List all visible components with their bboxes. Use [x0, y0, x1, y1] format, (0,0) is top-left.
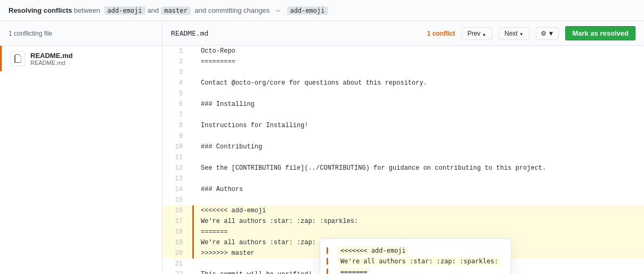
line-indicator-cell — [189, 184, 197, 195]
line-number: 14 — [162, 184, 189, 195]
line-indicator-cell — [189, 205, 197, 216]
table-row: 10### Contributing — [162, 142, 644, 152]
branch1-badge[interactable]: add-emoji — [104, 6, 145, 15]
line-indicator-cell — [189, 216, 197, 227]
table-row: 6### Installing — [162, 99, 644, 110]
table-row: 16<<<<<<< add-emoji — [162, 205, 644, 216]
table-row: 4Contact @octo-org/core for questions ab… — [162, 78, 644, 88]
line-content: See the [CONTRIBUTING file](../CONTRIBUT… — [197, 163, 644, 173]
conflict-count-badge: 1 conflict — [427, 30, 455, 37]
line-number: 6 — [162, 99, 189, 110]
line-content: ### Installing — [197, 99, 644, 110]
line-content: Contact @octo-org/core for questions abo… — [197, 78, 644, 88]
line-indicator-cell — [189, 248, 197, 259]
line-content — [197, 195, 644, 205]
conflict-line-bar — [192, 216, 194, 227]
sidebar: 1 conflicting file README.md README.md — [0, 21, 162, 274]
line-content — [197, 173, 644, 184]
branch3-badge[interactable]: add-emoji — [287, 6, 328, 15]
line-number: 5 — [162, 88, 189, 99]
line-indicator-cell — [189, 78, 197, 88]
line-content: ========= — [197, 56, 644, 67]
next-button[interactable]: Next — [499, 27, 529, 40]
line-number: 9 — [162, 131, 189, 142]
sidebar-filename: README.md — [30, 52, 72, 60]
line-number: 17 — [162, 216, 189, 227]
line-number: 2 — [162, 56, 189, 67]
content-filename: README.md — [171, 29, 421, 37]
line-indicator-cell — [189, 259, 197, 269]
table-row: 14### Authors — [162, 184, 644, 195]
mark-resolved-button[interactable]: Mark as resolved — [565, 26, 635, 40]
conflict-line-bar — [192, 227, 194, 237]
table-row: 5 — [162, 88, 644, 99]
line-number: 18 — [162, 227, 189, 237]
line-content — [197, 67, 644, 78]
line-indicator-cell — [189, 142, 197, 152]
table-row: 9 — [162, 131, 644, 142]
table-row: 18======= — [162, 227, 644, 237]
line-number: 15 — [162, 195, 189, 205]
conflict-line-bar — [192, 248, 194, 259]
settings-button[interactable]: ⚙ ▼ — [536, 27, 559, 40]
line-indicator-cell — [189, 163, 197, 173]
line-number: 20 — [162, 248, 189, 259]
sidebar-file-list: README.md README.md — [0, 46, 162, 274]
caret-down-icon — [519, 30, 524, 37]
conflict-line-bar — [192, 205, 194, 216]
conflict-line-17: We're all authors :star: :zap: :sparkles… — [327, 256, 504, 267]
conflict-indicator-17 — [327, 258, 333, 264]
line-content — [197, 88, 644, 99]
content-header: README.md 1 conflict Prev Next ⚙ ▼ Mark … — [162, 21, 644, 46]
conflict-line-16: <<<<<<< add-emoji — [327, 245, 504, 256]
table-row: 7 — [162, 110, 644, 120]
line-number: 3 — [162, 67, 189, 78]
line-indicator-cell — [189, 56, 197, 67]
line-indicator-cell — [189, 227, 197, 237]
line-content: We're all authors :star: :zap: :sparkles… — [197, 216, 644, 227]
sidebar-file-item[interactable]: README.md README.md — [0, 46, 162, 71]
line-content: Instructions for Installing! — [197, 120, 644, 131]
caret-up-icon — [482, 30, 486, 37]
line-number: 22 — [162, 269, 189, 274]
code-area[interactable]: 1Octo-Repo2=========34Contact @octo-org/… — [162, 46, 644, 274]
table-row: 3 — [162, 67, 644, 78]
conflict-indicator-16 — [327, 247, 333, 254]
file-icon — [10, 51, 25, 66]
and-committing-label: and committing changes — [194, 6, 270, 14]
conflict-line-18: ======= — [327, 267, 504, 274]
line-number: 11 — [162, 152, 189, 163]
line-content: ### Contributing — [197, 142, 644, 152]
line-content: <<<<<<< add-emoji — [197, 205, 644, 216]
line-number: 7 — [162, 110, 189, 120]
line-indicator-cell — [189, 237, 197, 248]
line-content — [197, 152, 644, 163]
line-indicator-cell — [189, 88, 197, 99]
table-row: 15 — [162, 195, 644, 205]
arrow-icon: → — [274, 6, 281, 14]
line-indicator-cell — [189, 269, 197, 274]
line-indicator-cell — [189, 46, 197, 56]
table-row: 13 — [162, 173, 644, 184]
line-content: Octo-Repo — [197, 46, 644, 56]
line-number: 19 — [162, 237, 189, 248]
table-row: 11 — [162, 152, 644, 163]
line-indicator-cell — [189, 131, 197, 142]
conflict-line-bar — [192, 237, 194, 248]
prev-label: Prev — [467, 30, 480, 37]
line-number: 16 — [162, 205, 189, 216]
and-label-1: and — [148, 6, 159, 14]
branch2-badge[interactable]: master — [161, 6, 190, 15]
prev-button[interactable]: Prev — [461, 27, 492, 40]
line-content — [197, 131, 644, 142]
table-row: 12See the [CONTRIBUTING file](../CONTRIB… — [162, 163, 644, 173]
next-label: Next — [504, 30, 518, 37]
table-row: 1Octo-Repo — [162, 46, 644, 56]
top-bar: Resolving conflicts between add-emoji an… — [0, 0, 644, 21]
line-number: 12 — [162, 163, 189, 173]
line-indicator-cell — [189, 195, 197, 205]
main-layout: 1 conflicting file README.md README.md R… — [0, 21, 644, 274]
table-row: 2========= — [162, 56, 644, 67]
table-row: 8Instructions for Installing! — [162, 120, 644, 131]
line-number: 10 — [162, 142, 189, 152]
